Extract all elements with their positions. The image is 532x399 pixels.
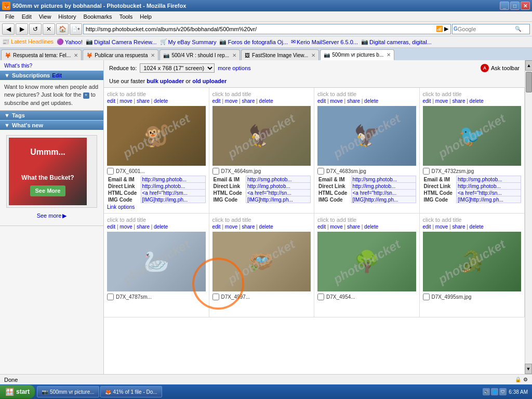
foros-bookmark[interactable]: 📷 Foros de fotografia Oj... <box>219 38 288 45</box>
go-button[interactable]: ▶ <box>444 25 448 32</box>
tab-0[interactable]: 🦊 Respuesta al tema: Fel... ✕ <box>1 49 82 60</box>
tab-close-3[interactable]: ✕ <box>311 52 315 58</box>
news-bookmark[interactable]: 📰 Latest Headlines <box>2 38 54 45</box>
direct-value-3[interactable]: http://img.photob... <box>457 183 521 190</box>
whats-new-header[interactable]: ▼ What's new <box>0 121 103 130</box>
scroll-thumb[interactable] <box>526 72 532 92</box>
share-4[interactable]: share <box>137 224 150 230</box>
tab-close-0[interactable]: ✕ <box>74 52 78 58</box>
search-icon[interactable]: 🔍 <box>515 26 521 32</box>
email-value-1[interactable]: http://smg.photob... <box>246 176 311 183</box>
html-value-0[interactable]: <a href="http://sm... <box>141 190 205 196</box>
menu-history[interactable]: History <box>55 13 79 20</box>
delete-5[interactable]: delete <box>259 224 273 230</box>
ad-see-more-button[interactable]: See More <box>30 185 66 196</box>
edit-6[interactable]: edit <box>317 224 326 230</box>
digital-bookmark[interactable]: 📷 Digital cameras, digital... <box>361 38 432 45</box>
photo-title-7[interactable]: click to add title <box>423 217 522 223</box>
edit-4[interactable]: edit <box>107 224 115 230</box>
tab-4[interactable]: 📷 500mm vr pictures b... ✕ <box>320 49 394 60</box>
img-value-3[interactable]: [IMG]http://img.ph... <box>457 196 521 203</box>
photo-image-6[interactable]: 🌳 <box>317 232 416 291</box>
start-button[interactable]: 🪟 start <box>0 385 35 398</box>
move-5[interactable]: move <box>225 224 237 230</box>
tab-close-4[interactable]: ✕ <box>387 52 391 58</box>
share-7[interactable]: share <box>452 224 465 230</box>
tab-close-1[interactable]: ✕ <box>151 52 155 58</box>
direct-value-0[interactable]: http://img.photob... <box>141 183 205 190</box>
photo-checkbox-0[interactable] <box>107 168 114 175</box>
photo-checkbox-4[interactable] <box>107 294 114 300</box>
photo-checkbox-2[interactable] <box>317 168 324 175</box>
refresh-button[interactable]: ↺ <box>29 23 42 35</box>
move-6[interactable]: move <box>330 224 342 230</box>
close-button[interactable]: ✕ <box>521 2 530 10</box>
edit-link[interactable]: Edit <box>52 73 62 78</box>
old-uploader-link[interactable]: old uploader <box>192 78 227 84</box>
html-value-2[interactable]: <a href="http://sn... <box>351 190 416 196</box>
stop-button[interactable]: ✕ <box>43 23 55 35</box>
forward-button[interactable]: ▶ <box>16 23 28 35</box>
move-7[interactable]: move <box>435 224 448 230</box>
menu-bookmarks[interactable]: Bookmarks <box>81 13 115 20</box>
photo-image-5[interactable]: 🪺 <box>212 232 311 291</box>
bulk-uploader-link[interactable]: bulk uploader <box>147 78 184 84</box>
kerio-bookmark[interactable]: ✉ Kerio MailServer 6.5.0... <box>291 38 358 45</box>
more-options-link[interactable]: more options <box>218 65 251 71</box>
share-3[interactable]: share <box>452 98 465 104</box>
move-4[interactable]: move <box>119 224 132 230</box>
share-2[interactable]: share <box>347 98 360 104</box>
img-value-2[interactable]: [IMG]http://img.ph... <box>351 196 416 203</box>
photo-title-6[interactable]: click to add title <box>317 217 416 223</box>
direct-value-1[interactable]: http://img.photob... <box>246 183 311 190</box>
photo-checkbox-5[interactable] <box>212 294 219 300</box>
share-6[interactable]: share <box>347 224 360 230</box>
delete-2[interactable]: delete <box>364 98 378 104</box>
see-more-link[interactable]: See more ▶ <box>4 210 99 222</box>
photo-checkbox-1[interactable] <box>212 168 219 175</box>
share-5[interactable]: share <box>242 224 255 230</box>
menu-tools[interactable]: Tools <box>116 13 136 20</box>
menu-edit[interactable]: Edit <box>19 13 35 20</box>
tab-2[interactable]: 📷 500/4 VR : should I rep... ✕ <box>159 49 240 60</box>
edit-1[interactable]: edit <box>212 98 221 104</box>
delete-4[interactable]: delete <box>154 224 168 230</box>
taskbar-item-0[interactable]: 📷 500mm vr picture... <box>37 386 99 397</box>
share-0[interactable]: share <box>137 98 150 104</box>
whats-this-link[interactable]: What's this? <box>4 63 32 69</box>
subscriptions-header[interactable]: ▼ Subscriptions Edit <box>0 71 103 80</box>
img-value-0[interactable]: [IMG]http://img.ph... <box>141 196 205 203</box>
taskbar-item-1[interactable]: 🦊 41% of 1 file - Do... <box>100 386 162 397</box>
photo-checkbox-7[interactable] <box>423 294 430 300</box>
delete-7[interactable]: delete <box>470 224 484 230</box>
link-options-0[interactable]: Link options <box>107 204 206 210</box>
scroll-down[interactable]: ▼ <box>525 364 532 374</box>
delete-0[interactable]: delete <box>154 98 168 104</box>
page-button[interactable]: 📄+ <box>70 23 82 35</box>
direct-value-2[interactable]: http://img.photob... <box>351 183 416 190</box>
back-button[interactable]: ◀ <box>2 23 15 35</box>
photo-image-0[interactable]: 🐒 <box>107 106 206 166</box>
reduce-select[interactable]: 532 x 399 (17" screen) <box>140 63 215 73</box>
edit-2[interactable]: edit <box>317 98 326 104</box>
menu-file[interactable]: File <box>2 13 18 20</box>
move-1[interactable]: move <box>225 98 237 104</box>
edit-0[interactable]: edit <box>107 98 115 104</box>
edit-3[interactable]: edit <box>423 98 431 104</box>
ebay-bookmark[interactable]: 🛒 My eBay Summary <box>160 38 217 45</box>
home-button[interactable]: 🏠 <box>56 23 69 35</box>
photo-image-7[interactable]: 🐊 <box>423 232 522 291</box>
delete-1[interactable]: delete <box>259 98 273 104</box>
tags-header[interactable]: ▼ Tags <box>0 111 103 120</box>
photo-image-4[interactable]: 🦢 <box>107 232 206 291</box>
photo-image-2[interactable]: 🦅 <box>317 106 416 166</box>
scroll-up[interactable]: ▲ <box>525 60 532 71</box>
photo-title-3[interactable]: click to add title <box>423 91 522 97</box>
email-value-0[interactable]: http://smg.photob... <box>141 176 205 183</box>
tab-close-2[interactable]: ✕ <box>232 52 236 58</box>
photo-title-5[interactable]: click to add title <box>212 217 311 223</box>
plus-button[interactable]: + <box>83 92 89 99</box>
search-input[interactable] <box>458 26 515 32</box>
tab-1[interactable]: 🦊 Publicar una respuesta ✕ <box>83 49 158 60</box>
html-value-3[interactable]: <a href="http://sn... <box>457 190 521 196</box>
